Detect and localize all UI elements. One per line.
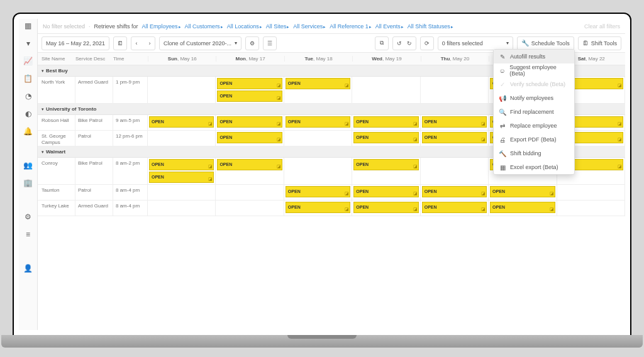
bell-icon[interactable]: 🔔	[24, 127, 33, 136]
shift-open[interactable]: OPEN◪	[353, 132, 418, 143]
menu-suggest[interactable]: ☺Suggest employee (Beta)	[494, 63, 574, 77]
building-icon[interactable]: 🏢	[24, 178, 33, 187]
menu-verify: ✓Verify schedule (Beta)	[494, 77, 574, 91]
laptop-base	[1, 335, 643, 348]
filter-locations[interactable]: All Locations▸	[227, 23, 262, 30]
funnel-icon[interactable]: ▾	[24, 39, 33, 48]
user-icon[interactable]: 👤	[24, 264, 33, 273]
shift-open[interactable]: OPEN◪	[149, 159, 214, 170]
shift-open[interactable]: OPEN◪	[217, 116, 282, 128]
filter-services[interactable]: All Services▸	[293, 23, 326, 30]
adjust-button[interactable]: ☰	[263, 36, 277, 50]
shift-open[interactable]: OPEN◪	[353, 202, 418, 213]
schedule-tools-button[interactable]: 🔧 Schedule Tools	[517, 36, 574, 50]
prev-button[interactable]: ‹	[131, 40, 142, 47]
filter-sites[interactable]: All Sites▸	[266, 23, 290, 30]
shift-open[interactable]: OPEN◪	[286, 186, 350, 197]
users-icon[interactable]: 👥	[24, 161, 33, 170]
filter-employees[interactable]: All Employees▸	[142, 23, 181, 30]
copy-button[interactable]: ⧉	[375, 36, 389, 50]
shift-open[interactable]: OPEN◪	[217, 159, 282, 170]
shift-open[interactable]: OPEN◪	[353, 116, 418, 128]
copy-icon: ⧉	[380, 40, 384, 47]
shift-open[interactable]: OPEN◪	[286, 78, 350, 89]
shift-open[interactable]: OPEN◪	[422, 186, 487, 197]
pie-icon[interactable]: ◔	[24, 92, 33, 101]
shift-open[interactable]: OPEN◪	[217, 132, 282, 143]
menu-shift-bidding[interactable]: 🔨Shift bidding	[494, 146, 574, 160]
megaphone-icon: 📢	[499, 95, 506, 102]
nav-arrows: ‹ ›	[131, 36, 155, 50]
shift-open[interactable]: OPEN◪	[217, 91, 282, 102]
divider: ·	[89, 23, 91, 30]
shift-open[interactable]: OPEN◪	[217, 78, 282, 89]
left-sidebar: ▦ ▾ 📈 📋 ◔ ◐ 🔔 👥 🏢 ⚙ ≡ 👤	[19, 19, 38, 330]
view-select[interactable]: Clone of Customer 2020-... ▾	[159, 36, 242, 50]
retrieve-label: Retrieve shifts for	[94, 23, 138, 30]
header-wed: Wed, May 19	[352, 56, 420, 62]
gear-icon: ⚙	[250, 40, 255, 47]
calendar-button[interactable]: 🗓	[113, 36, 127, 50]
shift-tools-button[interactable]: 🗓 Shift Tools	[578, 36, 621, 50]
next-button[interactable]: ›	[145, 40, 155, 47]
header-sun: Sun, May 16	[148, 56, 216, 62]
no-filter-label: No filter selected	[43, 23, 85, 30]
menu-export-pdf[interactable]: 🖨Export PDF (Beta)	[494, 133, 574, 146]
grid-icon: ▦	[499, 164, 506, 171]
swap-icon: ⇄	[499, 123, 506, 129]
menu-notify[interactable]: 📢Notify employees	[494, 91, 574, 105]
refresh-icon: ⟳	[425, 40, 430, 47]
list-icon[interactable]: ≡	[24, 230, 33, 239]
clock-icon[interactable]: ◐	[24, 109, 33, 118]
wrench-icon: 🔧	[521, 40, 529, 47]
filters-selected[interactable]: 0 filters selected ▾	[438, 36, 513, 50]
redo-button[interactable]: ↻	[407, 40, 412, 47]
grid-icon[interactable]: ▦	[24, 21, 33, 30]
search-icon: 🔍	[499, 109, 506, 116]
filter-shift-statuses[interactable]: All Shift Statuses▸	[408, 23, 453, 30]
shift-open[interactable]: OPEN◪	[490, 186, 555, 197]
chart-icon[interactable]: 📈	[24, 57, 33, 65]
shift-open[interactable]: OPEN◪	[353, 186, 418, 197]
main-area: No filter selected · Retrieve shifts for…	[38, 19, 625, 330]
calendar-icon: 🗓	[582, 40, 589, 47]
menu-excel-export[interactable]: ▦Excel export (Beta)	[494, 160, 574, 174]
date-range[interactable]: May 16 – May 22, 2021	[42, 36, 109, 50]
shift-open[interactable]: OPEN◪	[286, 116, 350, 128]
shift-open[interactable]: OPEN◪	[490, 202, 555, 213]
chevron-down-icon: ▾	[506, 40, 509, 46]
shift-open[interactable]: OPEN◪	[286, 202, 350, 213]
clipboard-icon[interactable]: 📋	[24, 74, 33, 83]
pdf-icon: 🖨	[499, 136, 506, 143]
check-icon: ✓	[499, 81, 506, 88]
settings-button[interactable]: ⚙	[245, 36, 259, 50]
shift-open[interactable]: OPEN◪	[353, 159, 418, 170]
sliders-icon: ☰	[267, 40, 272, 47]
gear-icon[interactable]: ⚙	[24, 212, 33, 221]
shift-open[interactable]: OPEN◪	[422, 202, 487, 213]
undo-button[interactable]: ↺	[397, 40, 402, 47]
shift-open[interactable]: OPEN◪	[422, 132, 487, 143]
table-row: Turkey Lake Armed Guard 8 am-4 pm OPEN◪ …	[38, 200, 625, 216]
calendar-icon: 🗓	[118, 40, 123, 47]
shift-open[interactable]: OPEN◪	[149, 116, 214, 128]
toolbar: May 16 – May 22, 2021 🗓 ‹ › Clone of Cus…	[38, 34, 625, 53]
chevron-down-icon: ▾	[235, 40, 237, 46]
face-icon: ☺	[499, 67, 506, 74]
laptop-frame: ▦ ▾ 📈 📋 ◔ ◐ 🔔 👥 🏢 ⚙ ≡ 👤 No filter select…	[13, 13, 631, 336]
clear-all-filters[interactable]: Clear all filters	[584, 23, 620, 30]
filter-bar: No filter selected · Retrieve shifts for…	[38, 19, 625, 34]
shift-open[interactable]: OPEN◪	[149, 172, 214, 183]
menu-replace[interactable]: ⇄Replace employee	[494, 119, 574, 133]
menu-find-replacement[interactable]: 🔍Find replacement	[494, 105, 574, 119]
schedule-tools-menu: ✎Autofill results ☺Suggest employee (Bet…	[493, 49, 575, 175]
shift-open[interactable]: OPEN◪	[422, 116, 487, 128]
filter-reference1[interactable]: All Reference 1▸	[330, 23, 372, 30]
header-tue: Tue, May 18	[284, 56, 352, 62]
filter-events[interactable]: All Events▸	[375, 23, 404, 30]
refresh-button[interactable]: ⟳	[420, 36, 434, 50]
filter-customers[interactable]: All Customers▸	[185, 23, 223, 30]
menu-autofill[interactable]: ✎Autofill results	[494, 50, 574, 63]
header-time: Time	[113, 56, 148, 62]
header-service: Service Desc	[75, 56, 113, 62]
